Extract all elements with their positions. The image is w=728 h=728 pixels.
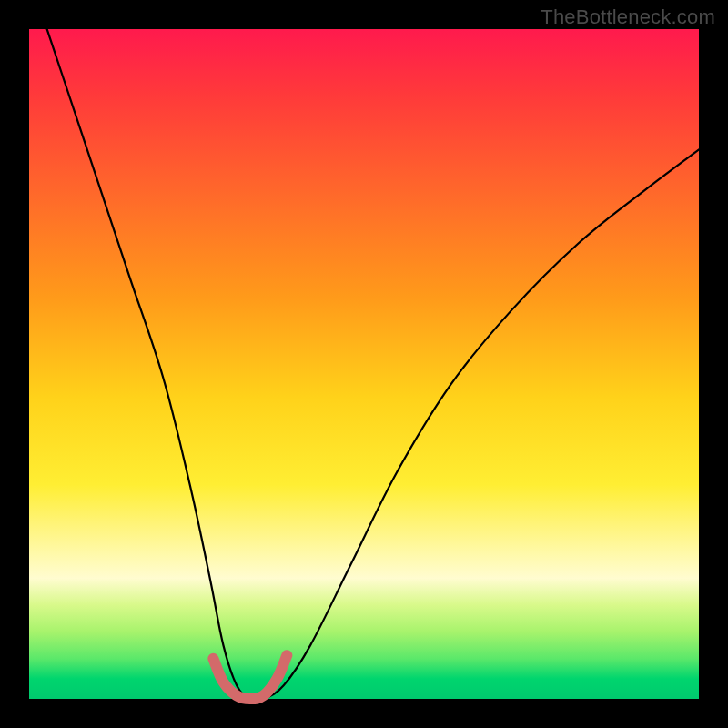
- chart-svg: [29, 29, 699, 699]
- chart-plot-area: [29, 29, 699, 699]
- chart-curve: [29, 0, 699, 701]
- watermark-text: TheBottleneck.com: [541, 5, 715, 29]
